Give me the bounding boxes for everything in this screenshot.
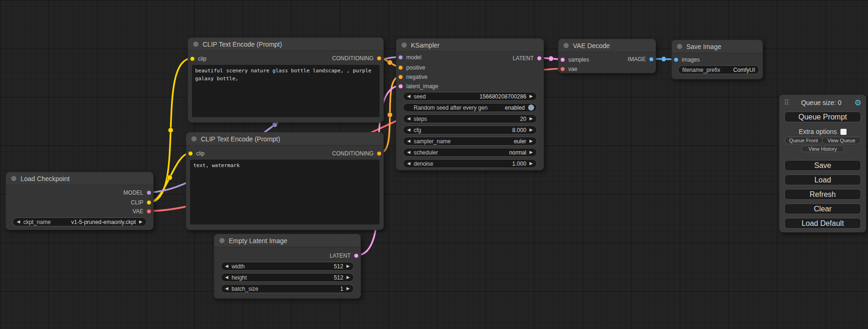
port-dot-latent[interactable]	[354, 253, 359, 258]
decrement-arrow-icon[interactable]: ◀	[225, 275, 228, 280]
decrement-arrow-icon[interactable]: ◀	[407, 128, 410, 132]
view-queue-button[interactable]: View Queue	[822, 137, 861, 144]
widget-scheduler[interactable]: ◀schedulernormal▶	[403, 148, 537, 157]
input-port-positive[interactable]: positive	[398, 64, 425, 71]
decrement-arrow-icon[interactable]: ◀	[225, 264, 228, 268]
port-dot-latent[interactable]	[398, 84, 403, 89]
increment-arrow-icon[interactable]: ▶	[346, 275, 350, 280]
input-port-images[interactable]: images	[674, 56, 700, 63]
save-button[interactable]: Save	[784, 160, 861, 171]
port-dot-conditioning[interactable]	[398, 75, 403, 79]
settings-gear-icon[interactable]: ⚙	[854, 99, 861, 107]
increment-arrow-icon[interactable]: ▶	[346, 287, 350, 291]
input-port-samples[interactable]: samples	[560, 56, 589, 63]
port-dot-vae[interactable]	[147, 209, 151, 214]
increment-arrow-icon[interactable]: ▶	[529, 139, 533, 143]
node-save-image[interactable]: Save Image images filename_prefixComfyUI	[671, 40, 763, 79]
clear-button[interactable]: Clear	[784, 203, 861, 214]
port-dot-model[interactable]	[398, 55, 403, 60]
decrement-arrow-icon[interactable]: ◀	[407, 94, 410, 98]
prompt-text-area[interactable]: beautiful scenery nature glass bottle la…	[192, 65, 380, 117]
port-dot-clip[interactable]	[147, 200, 151, 205]
port-dot-clip[interactable]	[188, 151, 193, 156]
collapse-dot-icon[interactable]	[677, 44, 682, 49]
port-dot-image[interactable]	[674, 57, 678, 62]
increment-arrow-icon[interactable]: ▶	[529, 117, 533, 121]
widget-sampler-name[interactable]: ◀sampler_nameeuler▶	[403, 137, 537, 146]
node-titlebar[interactable]: Empty Latent Image	[214, 234, 360, 247]
input-port-vae[interactable]: vae	[560, 66, 577, 72]
widget-filename-prefix[interactable]: filename_prefixComfyUI	[678, 65, 759, 74]
collapse-dot-icon[interactable]	[564, 43, 569, 48]
node-vae-decode[interactable]: VAE Decode samples vae IMAGE	[558, 39, 656, 73]
output-port-vae[interactable]: VAE	[133, 208, 151, 215]
increment-arrow-icon[interactable]: ▶	[529, 161, 533, 166]
port-dot-latent[interactable]	[560, 57, 565, 62]
output-port-latent[interactable]: LATENT	[330, 252, 359, 259]
prompt-text-area[interactable]: text, watermark	[190, 160, 380, 224]
node-empty-latent-image[interactable]: Empty Latent Image LATENT ◀width512▶◀hei…	[214, 234, 361, 299]
load-default-button[interactable]: Load Default	[784, 218, 861, 229]
port-dot-image[interactable]	[649, 57, 654, 62]
widget-width[interactable]: ◀width512▶	[221, 262, 354, 271]
decrement-arrow-icon[interactable]: ◀	[407, 139, 410, 143]
port-dot-latent[interactable]	[537, 56, 542, 61]
input-port-clip[interactable]: clip	[188, 150, 205, 157]
collapse-dot-icon[interactable]	[11, 176, 16, 181]
node-titlebar[interactable]: VAE Decode	[558, 39, 656, 52]
output-port-latent[interactable]: LATENT	[513, 55, 542, 62]
port-dot-model[interactable]	[147, 190, 151, 195]
widget-steps[interactable]: ◀steps20▶	[403, 114, 537, 123]
output-port-model[interactable]: MODEL	[123, 189, 151, 196]
increment-arrow-icon[interactable]: ▶	[139, 220, 142, 224]
increment-arrow-icon[interactable]: ▶	[346, 264, 350, 268]
extra-options-checkbox[interactable]	[840, 129, 847, 135]
port-dot-conditioning[interactable]	[377, 151, 381, 156]
node-titlebar[interactable]: Save Image	[672, 40, 762, 53]
drag-handle-icon[interactable]: ⠿	[784, 98, 788, 107]
collapse-dot-icon[interactable]	[402, 42, 407, 48]
view-history-button[interactable]: View History	[801, 146, 844, 152]
collapse-dot-icon[interactable]	[219, 238, 225, 243]
widget-seed[interactable]: ◀seed156680208700286▶	[403, 92, 537, 101]
decrement-arrow-icon[interactable]: ◀	[17, 220, 20, 224]
collapse-dot-icon[interactable]	[191, 136, 197, 141]
input-port-negative[interactable]: negative	[398, 74, 427, 80]
node-ksampler[interactable]: KSampler model positive negative latent_…	[396, 38, 544, 170]
decrement-arrow-icon[interactable]: ◀	[407, 117, 410, 121]
increment-arrow-icon[interactable]: ▶	[529, 128, 533, 132]
refresh-button[interactable]: Refresh	[784, 189, 861, 200]
port-dot-vae[interactable]	[560, 67, 565, 71]
queue-front-button[interactable]: Queue Front	[784, 137, 823, 144]
node-titlebar[interactable]: KSampler	[396, 39, 543, 52]
increment-arrow-icon[interactable]: ▶	[529, 94, 533, 98]
node-titlebar[interactable]: Load Checkpoint	[6, 172, 153, 185]
output-port-conditioning[interactable]: CONDITIONING	[332, 55, 381, 62]
port-dot-clip[interactable]	[190, 56, 195, 61]
widget-ckpt-name[interactable]: ◀ckpt_namev1-5-pruned-emaonly.ckpt▶	[13, 217, 147, 226]
node-clip-text-encode-negative[interactable]: CLIP Text Encode (Prompt) clip CONDITION…	[186, 132, 384, 230]
load-button[interactable]: Load	[784, 175, 861, 185]
widget-random-seed-after-every-gen[interactable]: Random seed after every genenabled	[403, 103, 537, 112]
decrement-arrow-icon[interactable]: ◀	[225, 287, 228, 291]
collapse-dot-icon[interactable]	[193, 42, 198, 47]
increment-arrow-icon[interactable]: ▶	[529, 150, 533, 154]
node-titlebar[interactable]: CLIP Text Encode (Prompt)	[188, 38, 383, 51]
input-port-latent-image[interactable]: latent_image	[398, 83, 438, 90]
output-port-image[interactable]: IMAGE	[628, 56, 654, 63]
port-dot-conditioning[interactable]	[377, 56, 381, 61]
input-port-model[interactable]: model	[398, 54, 422, 61]
widget-cfg[interactable]: ◀cfg8.000▶	[403, 126, 537, 134]
node-load-checkpoint[interactable]: Load Checkpoint MODEL CLIP VAE ◀ckpt_nam…	[6, 172, 154, 230]
port-dot-conditioning[interactable]	[398, 65, 403, 70]
output-port-conditioning[interactable]: CONDITIONING	[332, 150, 381, 157]
toggle-icon[interactable]	[528, 105, 534, 111]
widget-batch-size[interactable]: ◀batch_size1▶	[221, 284, 354, 293]
output-port-clip[interactable]: CLIP	[131, 199, 151, 206]
widget-height[interactable]: ◀height512▶	[221, 273, 354, 282]
decrement-arrow-icon[interactable]: ◀	[407, 150, 410, 154]
decrement-arrow-icon[interactable]: ◀	[407, 161, 410, 166]
widget-denoise[interactable]: ◀denoise1.000▶	[403, 159, 537, 168]
node-clip-text-encode-positive[interactable]: CLIP Text Encode (Prompt) clip CONDITION…	[188, 37, 384, 123]
node-titlebar[interactable]: CLIP Text Encode (Prompt)	[186, 133, 383, 146]
